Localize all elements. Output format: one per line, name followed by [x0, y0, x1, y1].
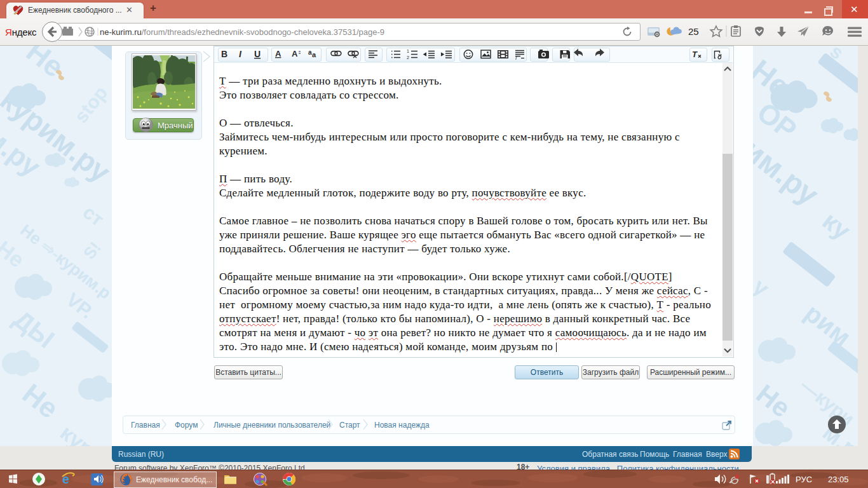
svg-text:1: 1 — [407, 49, 409, 53]
svg-text:T: T — [692, 50, 698, 59]
svg-text:A: A — [275, 49, 281, 58]
svg-text:I: I — [239, 49, 242, 59]
svg-text:25: 25 — [688, 26, 699, 37]
svg-text:2: 2 — [407, 55, 409, 60]
svg-text:U: U — [254, 49, 261, 59]
svg-text:A: A — [292, 49, 298, 58]
svg-text:B: B — [221, 49, 227, 59]
svg-text:a: a — [312, 51, 316, 58]
